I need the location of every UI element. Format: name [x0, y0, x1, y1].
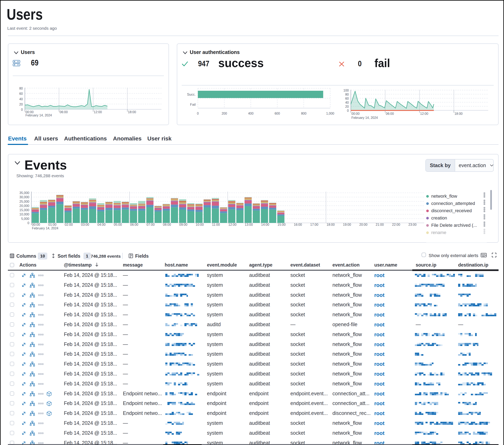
svg-text:22:00: 22:00: [392, 223, 400, 226]
svg-text:15,000: 15,000: [19, 208, 29, 212]
svg-text:20: 20: [19, 103, 23, 106]
svg-text:14:00: 14:00: [261, 223, 269, 226]
svg-text:40: 40: [19, 97, 23, 101]
svg-text:01:00: 01:00: [48, 223, 56, 226]
svg-text:0: 0: [27, 221, 29, 225]
svg-text:00:00: 00:00: [32, 223, 40, 226]
svg-text:20: 20: [345, 105, 349, 108]
svg-text:60: 60: [345, 97, 349, 100]
svg-text:05:00: 05:00: [114, 223, 122, 226]
svg-text:17:00: 17:00: [310, 223, 318, 226]
svg-text:00:00: 00:00: [351, 112, 360, 115]
svg-text:200: 200: [222, 112, 227, 115]
svg-text:February 14, 2024: February 14, 2024: [25, 114, 52, 117]
svg-text:80: 80: [345, 93, 349, 96]
svg-text:0: 0: [21, 108, 23, 111]
svg-text:02:00: 02:00: [65, 223, 73, 226]
svg-text:12:00: 12:00: [94, 110, 102, 114]
svg-text:100: 100: [343, 89, 349, 92]
svg-text:40: 40: [345, 101, 349, 104]
svg-text:20,000: 20,000: [19, 204, 29, 208]
svg-text:30,000: 30,000: [19, 196, 29, 199]
svg-text:15:00: 15:00: [277, 223, 286, 226]
svg-text:13:00: 13:00: [245, 223, 253, 226]
svg-text:03:00: 03:00: [81, 223, 89, 226]
svg-text:18:00: 18:00: [128, 110, 136, 114]
svg-text:600: 600: [275, 112, 280, 115]
svg-text:09:00: 09:00: [179, 223, 187, 226]
svg-text:18:00: 18:00: [454, 112, 463, 115]
svg-text:08:00: 08:00: [163, 223, 171, 226]
svg-text:04:00: 04:00: [97, 223, 106, 226]
svg-text:800: 800: [301, 112, 306, 115]
svg-text:20:00: 20:00: [359, 223, 367, 226]
svg-text:06:00: 06:00: [386, 112, 394, 115]
svg-text:400: 400: [248, 112, 254, 115]
svg-text:25,000: 25,000: [19, 200, 29, 203]
svg-text:19:00: 19:00: [343, 223, 351, 226]
svg-text:12:00: 12:00: [228, 223, 236, 226]
svg-text:11:00: 11:00: [212, 223, 220, 226]
svg-text:21:00: 21:00: [376, 223, 384, 226]
svg-text:Fail: Fail: [190, 103, 196, 107]
svg-text:06:00: 06:00: [130, 223, 138, 226]
svg-text:60: 60: [19, 92, 23, 95]
svg-text:12:00: 12:00: [420, 112, 428, 115]
svg-text:07:00: 07:00: [146, 223, 155, 226]
svg-text:February 14, 2024: February 14, 2024: [351, 116, 378, 119]
svg-text:16:00: 16:00: [294, 223, 302, 226]
svg-text:06:00: 06:00: [60, 110, 68, 114]
svg-text:February 14, 2024: February 14, 2024: [32, 227, 58, 230]
svg-text:Succ.: Succ.: [187, 92, 196, 96]
svg-text:23:00: 23:00: [408, 223, 416, 226]
svg-text:0: 0: [197, 112, 199, 115]
svg-text:18:00: 18:00: [326, 223, 335, 226]
svg-text:5,000: 5,000: [21, 217, 29, 220]
svg-text:10:00: 10:00: [196, 223, 204, 226]
svg-text:80: 80: [19, 87, 23, 90]
svg-text:10,000: 10,000: [19, 213, 29, 216]
svg-text:0: 0: [347, 109, 349, 112]
svg-text:00:00: 00:00: [25, 110, 34, 114]
svg-text:35,000: 35,000: [19, 191, 29, 195]
